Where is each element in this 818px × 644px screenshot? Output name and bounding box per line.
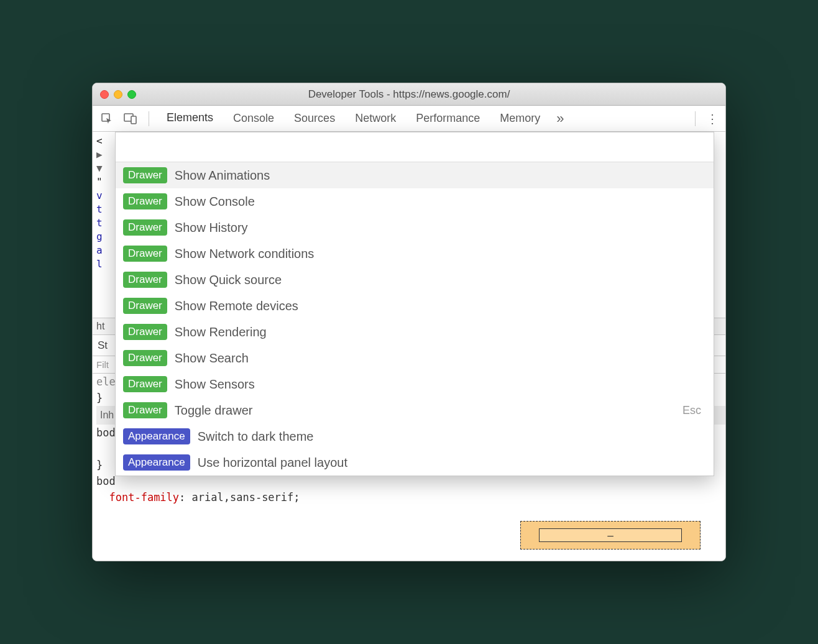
command-item[interactable]: AppearanceSwitch to dark theme [116,423,714,449]
command-label: Show Animations [175,168,706,183]
drawer-badge: Drawer [123,324,167,340]
command-list: DrawerShow AnimationsDrawerShow ConsoleD… [116,162,714,476]
command-label: Toggle drawer [175,403,675,418]
drawer-badge: Drawer [123,246,167,262]
devtools-window: Developer Tools - https://news.google.co… [92,83,726,561]
drawer-badge: Drawer [123,298,167,314]
drawer-badge: Drawer [123,376,167,392]
inspect-element-icon[interactable] [96,108,117,129]
command-label: Use horizontal panel layout [198,456,706,470]
style-selector: bod [96,475,116,487]
command-label: Show Sensors [175,377,706,392]
tab-elements[interactable]: Elements [157,106,223,131]
command-item[interactable]: DrawerShow Quick source [116,267,714,293]
tab-console[interactable]: Console [223,106,284,131]
command-item[interactable]: DrawerShow Animations [116,162,714,188]
devtools-toolbar: Elements Console Sources Network Perform… [93,106,725,132]
tab-network[interactable]: Network [345,106,406,131]
style-brace: } [96,459,103,471]
command-item[interactable]: DrawerShow Search [116,345,714,371]
toolbar-separator [695,111,696,126]
tab-memory[interactable]: Memory [490,106,550,131]
command-item[interactable]: DrawerShow Sensors [116,371,714,397]
window-title: Developer Tools - https://news.google.co… [93,88,725,101]
traffic-lights [93,90,136,99]
svg-rect-2 [131,116,136,124]
drawer-badge: Drawer [123,167,167,183]
appearance-badge: Appearance [123,428,190,444]
command-label: Show History [175,221,706,235]
command-item[interactable]: DrawerShow History [116,214,714,241]
more-tabs-icon[interactable]: » [550,111,570,127]
drawer-badge: Drawer [123,272,167,288]
close-window-button[interactable] [100,90,109,99]
style-brace: } [96,392,103,404]
css-value: : arial,sans-serif; [179,491,300,504]
command-label: Show Remote devices [175,299,706,313]
tab-sources[interactable]: Sources [284,106,345,131]
appearance-badge: Appearance [123,454,190,471]
settings-menu-icon[interactable]: ⋮ [703,111,722,126]
drawer-badge: Drawer [123,219,167,236]
device-toggle-icon[interactable] [120,108,141,129]
command-menu: DrawerShow AnimationsDrawerShow ConsoleD… [115,132,714,476]
command-item[interactable]: DrawerToggle drawerEsc [116,397,714,423]
panel-tabs: Elements Console Sources Network Perform… [157,106,687,131]
titlebar: Developer Tools - https://news.google.co… [93,83,725,106]
box-model-center: – [539,528,682,542]
drawer-badge: Drawer [123,350,167,366]
zoom-window-button[interactable] [127,90,136,99]
command-item[interactable]: DrawerShow Remote devices [116,293,714,319]
command-item[interactable]: DrawerShow Console [116,188,714,214]
minimize-window-button[interactable] [114,90,122,99]
tab-performance[interactable]: Performance [406,106,490,131]
drawer-badge: Drawer [123,193,167,209]
command-item[interactable]: DrawerShow Network conditions [116,241,714,267]
command-label: Show Search [175,351,706,366]
css-property: font-family [109,491,179,504]
box-model: – [520,521,701,550]
toolbar-separator [149,111,149,126]
style-selector: bod [96,426,116,439]
command-label: Show Network conditions [175,247,706,261]
command-label: Show Console [175,195,706,209]
command-shortcut: Esc [682,404,706,417]
command-item[interactable]: DrawerShow Rendering [116,319,714,345]
command-label: Switch to dark theme [198,430,706,444]
command-input-row [116,132,714,162]
command-label: Show Rendering [175,325,706,339]
command-input[interactable] [122,140,707,154]
command-item[interactable]: AppearanceUse horizontal panel layout [116,449,714,476]
drawer-badge: Drawer [123,402,167,418]
command-label: Show Quick source [175,273,706,287]
style-selector: ele [96,375,116,388]
